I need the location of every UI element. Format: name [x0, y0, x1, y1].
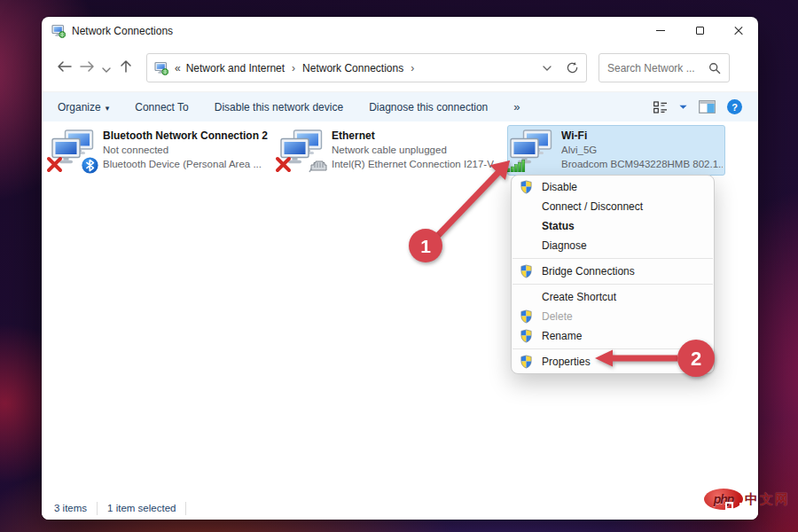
organize-button[interactable]: Organize▾	[58, 101, 109, 113]
address-dropdown-icon[interactable]	[543, 66, 552, 71]
uac-shield-icon	[520, 180, 533, 194]
command-bar: Organize▾ Connect To Disable this networ…	[42, 91, 758, 121]
connect-to-button[interactable]: Connect To	[135, 101, 189, 113]
connection-device: Intel(R) Ethernet Connection I217-V	[332, 157, 494, 171]
connection-item-bluetooth[interactable]: Bluetooth Network Connection 2 Not conne…	[49, 125, 273, 176]
bluetooth-adapter-icon	[51, 129, 94, 170]
view-dropdown-icon[interactable]	[679, 105, 687, 110]
wifi-signal-bars-icon	[507, 159, 527, 172]
menu-item-status[interactable]: Status	[512, 216, 714, 236]
search-icon[interactable]	[708, 62, 721, 74]
chevron-down-icon	[102, 67, 111, 73]
minimize-button[interactable]	[641, 17, 680, 44]
organize-caret-icon: ▾	[106, 104, 110, 113]
menu-item-properties[interactable]: Properties	[512, 352, 714, 372]
statusbar-divider	[97, 502, 98, 515]
titlebar: Network Connections	[42, 17, 758, 44]
navigation-bar: « Network and Internet › Network Connect…	[42, 44, 758, 91]
up-button[interactable]	[114, 59, 137, 76]
uac-shield-icon	[520, 355, 533, 369]
wifi-adapter-icon	[510, 129, 552, 170]
watermark-logo: php 中文网	[704, 489, 790, 510]
menu-item-rename[interactable]: Rename	[512, 326, 714, 346]
help-button[interactable]: ?	[727, 99, 742, 114]
watermark-square	[725, 502, 733, 510]
breadcrumb-separator-icon: ›	[411, 62, 414, 74]
close-icon	[734, 27, 743, 35]
app-icon	[51, 24, 66, 38]
uac-shield-icon	[520, 309, 533, 324]
menu-item-disable[interactable]: Disable	[512, 177, 714, 197]
uac-shield-icon	[520, 329, 533, 343]
menu-separator	[512, 258, 713, 259]
location-icon	[154, 61, 168, 75]
ethernet-adapter-icon	[280, 129, 323, 170]
disable-device-button[interactable]: Disable this network device	[215, 101, 343, 113]
connection-device: Broadcom BCM943228HMB 802.1...	[561, 157, 723, 171]
forward-icon	[80, 60, 95, 73]
back-icon	[57, 60, 72, 73]
disconnected-x-icon	[46, 156, 63, 173]
forward-button[interactable]	[75, 60, 98, 76]
up-icon	[120, 59, 132, 73]
connection-device: Bluetooth Device (Personal Area ...	[103, 157, 268, 171]
items-count: 3 items	[54, 503, 87, 513]
watermark-php-badge: php	[704, 489, 743, 510]
breadcrumb-separator-icon: ›	[292, 62, 295, 74]
breadcrumb-network-connections[interactable]: Network Connections	[302, 62, 403, 74]
connection-item-wifi[interactable]: Wi-Fi Alvi_5G Broadcom BCM943228HMB 802.…	[507, 125, 725, 176]
context-menu: Disable Connect / Disconnect Status Diag…	[511, 175, 715, 374]
menu-item-diagnose[interactable]: Diagnose	[512, 236, 714, 255]
diagnose-connection-button[interactable]: Diagnose this connection	[369, 101, 488, 113]
window-title: Network Connections	[72, 25, 173, 37]
connection-title: Ethernet	[332, 129, 494, 143]
connections-list: Bluetooth Network Connection 2 Not conne…	[42, 121, 758, 497]
selected-count: 1 item selected	[107, 503, 176, 513]
menu-item-delete: Delete	[512, 307, 714, 326]
breadcrumb-network-and-internet[interactable]: Network and Internet	[186, 62, 285, 74]
uac-shield-icon	[520, 264, 533, 278]
maximize-icon	[696, 27, 704, 35]
back-button[interactable]	[52, 60, 75, 76]
network-connections-window: Network Connections « Network and Intern…	[42, 17, 758, 520]
menu-separator	[512, 348, 713, 349]
connection-title: Wi-Fi	[561, 129, 723, 143]
menu-item-create-shortcut[interactable]: Create Shortcut	[512, 287, 714, 307]
preview-pane-icon[interactable]	[699, 100, 716, 113]
menu-separator	[512, 284, 713, 285]
disconnected-x-icon	[275, 156, 292, 173]
minimize-icon	[656, 30, 665, 31]
connection-status: Network cable unplugged	[332, 143, 494, 157]
view-options-icon[interactable]	[653, 101, 668, 113]
menu-item-connect-disconnect[interactable]: Connect / Disconnect	[512, 197, 714, 216]
search-input[interactable]: Search Network ...	[598, 53, 730, 82]
close-button[interactable]	[719, 17, 758, 44]
help-icon: ?	[732, 102, 738, 113]
address-bar[interactable]: « Network and Internet › Network Connect…	[146, 53, 587, 82]
maximize-button[interactable]	[680, 17, 719, 44]
search-placeholder: Search Network ...	[607, 62, 695, 74]
breadcrumb-root-chevrons[interactable]: «	[175, 62, 181, 74]
connection-item-ethernet[interactable]: Ethernet Network cable unplugged Intel(R…	[278, 125, 502, 176]
menu-item-bridge-connections[interactable]: Bridge Connections	[512, 262, 714, 281]
watermark-square	[739, 503, 747, 511]
connection-status: Not connected	[103, 143, 268, 157]
toolbar-overflow-button[interactable]: »	[513, 100, 520, 113]
status-bar: 3 items 1 item selected	[42, 497, 758, 520]
bluetooth-icon	[82, 157, 98, 174]
connection-status: Alvi_5G	[561, 143, 723, 157]
statusbar-divider	[185, 502, 186, 515]
refresh-icon[interactable]	[566, 61, 579, 74]
recent-locations-button[interactable]	[98, 60, 114, 76]
rj45-plug-icon	[308, 158, 329, 173]
connection-title: Bluetooth Network Connection 2	[103, 129, 268, 143]
